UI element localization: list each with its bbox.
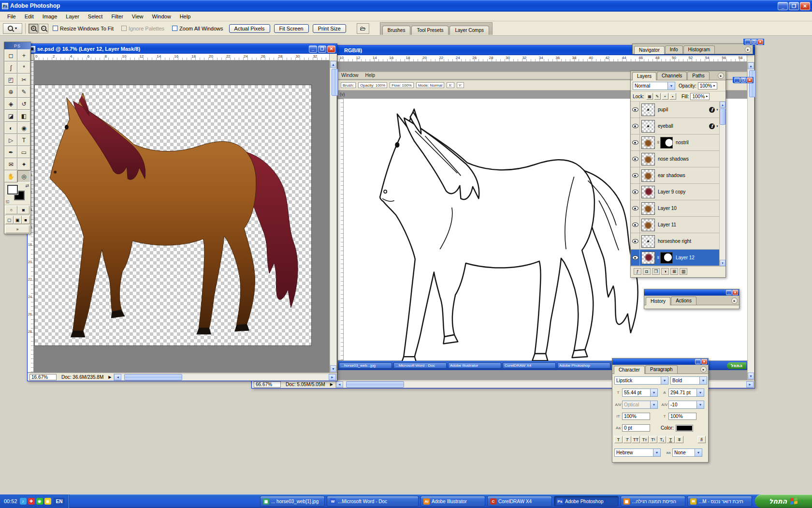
doc1-restore-button[interactable]: ❐ — [318, 45, 326, 53]
language-indicator[interactable]: EN — [54, 498, 65, 505]
menu-window[interactable]: Window — [148, 13, 175, 20]
layers-action-3-icon[interactable]: ◑ — [661, 268, 669, 275]
layer-row[interactable]: ∞nostril — [631, 134, 725, 151]
clone-stamp-tool-icon[interactable]: ◈ — [4, 98, 17, 110]
close-button[interactable]: ✕ — [800, 2, 810, 10]
taskbar-button[interactable]: ▦... horse03_web[1].jpg — [260, 496, 325, 507]
layer-thumbnail[interactable] — [641, 235, 655, 248]
layer-visibility-cell[interactable] — [631, 118, 640, 134]
font-style-select[interactable]: Bold▼ — [670, 376, 707, 385]
character-tab-paragraph[interactable]: Paragraph — [645, 365, 678, 374]
opacity-field[interactable]: 100%▸ — [698, 82, 717, 90]
taskbar-button[interactable]: AiAdobe Illustrator — [420, 496, 485, 507]
menu-image[interactable]: Image — [38, 13, 62, 20]
minimize-button[interactable]: _ — [695, 359, 701, 364]
layer-visibility-cell[interactable] — [631, 151, 640, 167]
scroll-up-icon[interactable]: ▲ — [330, 61, 336, 68]
layers-tab-paths[interactable]: Paths — [687, 72, 710, 80]
layers-action-5-icon[interactable]: ▥ — [680, 268, 687, 275]
faux-bold-button[interactable]: T — [614, 436, 623, 443]
tray-icon-1[interactable]: ✚ — [28, 498, 35, 505]
vertical-scale-field[interactable]: 100% — [622, 413, 650, 420]
layer-mask-thumbnail[interactable] — [660, 252, 673, 264]
close-button[interactable]: ✕ — [747, 77, 753, 83]
layer-visibility-cell[interactable] — [631, 184, 640, 200]
menu-file[interactable]: File — [3, 13, 20, 20]
toolbox-grip[interactable]: PS — [4, 42, 30, 49]
horizontal-scale-field[interactable]: 100% — [668, 413, 696, 420]
eyedropper-tool-icon[interactable]: ✦ — [17, 158, 30, 170]
layer-visibility-cell[interactable] — [631, 167, 640, 183]
character-tab-character[interactable]: Character — [614, 366, 645, 374]
kerning-select[interactable]: Optical▼ — [622, 401, 658, 409]
well-tab-tool-presets[interactable]: Tool Presets — [411, 26, 449, 35]
scroll-right-icon[interactable]: ► — [329, 374, 336, 380]
layer-visibility-cell[interactable] — [631, 217, 640, 233]
tray-icon-3[interactable]: ▣ — [44, 498, 51, 505]
layer-thumbnail[interactable] — [641, 104, 655, 116]
lock-option-0-icon[interactable]: ▦ — [646, 93, 653, 100]
minimize-button[interactable]: _ — [778, 2, 788, 10]
well-tab-layer-comps[interactable]: Layer Comps — [450, 26, 489, 35]
layers-tab-layers[interactable]: Layers — [632, 72, 656, 80]
close-button[interactable]: ✕ — [701, 359, 707, 364]
status-menu-arrow-icon[interactable]: ▶ — [106, 374, 113, 380]
doc1-vertical-scrollbar[interactable]: ▲ ▼ — [330, 60, 337, 373]
taskbar-button[interactable]: W...Microsoft Word - Doc — [327, 496, 419, 507]
tracking-select[interactable]: -10▼ — [668, 401, 704, 409]
layer-row[interactable]: Layer 10 — [631, 200, 725, 217]
menu-view[interactable]: View — [128, 13, 148, 20]
standard-mode-icon[interactable]: ○ — [5, 206, 17, 214]
slice-tool-icon[interactable]: ✂ — [17, 74, 30, 86]
file-browser-toggle[interactable]: 🗁 — [357, 23, 369, 34]
layer-visibility-cell[interactable] — [631, 250, 640, 266]
screen-mode-2-icon[interactable]: ■ — [22, 216, 30, 224]
tray-icon-2[interactable]: ◉ — [36, 498, 43, 505]
history-title-bar[interactable]: _ ✕ — [644, 289, 739, 296]
layers-scrollbar[interactable]: ▲ ▼ — [719, 102, 725, 266]
layers-action-1-icon[interactable]: ◘ — [643, 268, 651, 275]
taskbar-button[interactable]: ▦...הפיסת תמונה רגילה — [621, 496, 685, 507]
text-color-swatch[interactable] — [676, 425, 693, 432]
taskbar-button[interactable]: CCorelDRAW X4 — [487, 496, 552, 507]
quick-mask-mode-icon[interactable]: ◙ — [17, 206, 29, 214]
lock-option-2-icon[interactable]: + — [662, 93, 668, 100]
move-tool-icon[interactable]: + — [17, 49, 30, 61]
doc1-canvas-area[interactable] — [34, 60, 330, 373]
layer-thumbnail[interactable] — [641, 202, 655, 215]
actual-pixels-button[interactable]: Actual Pixels — [229, 24, 270, 33]
foreground-color-swatch[interactable] — [7, 185, 18, 194]
menu-select[interactable]: Select — [84, 13, 107, 20]
lock-option-1-icon[interactable]: ✎ — [654, 93, 661, 100]
screen-mode-0-icon[interactable]: ▢ — [5, 216, 14, 224]
menu-layer[interactable]: Layer — [61, 13, 84, 20]
option-checkbox[interactable]: Zoom All Windows — [172, 26, 223, 31]
navigator-menu-icon[interactable]: ▸ — [745, 46, 751, 53]
strikethrough-button[interactable]: T — [675, 436, 683, 443]
layers-panel[interactable]: LayersChannelsPaths▸ Normal ▼ Opacity: 1… — [630, 71, 726, 278]
history-panel[interactable]: _ ✕ HistoryActions▸ — [644, 289, 740, 309]
layer-thumbnail[interactable] — [641, 120, 655, 133]
crop-tool-icon[interactable]: ◰ — [4, 74, 17, 86]
superscript-button[interactable]: T¹ — [649, 436, 657, 443]
scroll-thumb[interactable] — [332, 69, 338, 96]
hand-tool-icon[interactable]: ✋ — [4, 170, 17, 182]
blur-tool-icon[interactable]: ◐ — [4, 122, 17, 134]
scroll-up-icon[interactable]: ▲ — [748, 62, 754, 69]
restore-button[interactable]: ❐ — [789, 2, 799, 10]
layer-row[interactable]: horseshoe right — [631, 233, 725, 250]
zoom-tool-icon[interactable]: ◎ — [17, 170, 30, 182]
layers-action-0-icon[interactable]: ƒ — [634, 268, 641, 275]
layer-row[interactable]: pupilf▼ — [631, 102, 725, 118]
default-colors-icon[interactable]: ◱ — [6, 199, 10, 204]
screen-mode-1-icon[interactable]: ▣ — [14, 216, 22, 224]
layer-row[interactable]: ear shadows — [631, 167, 725, 184]
history-tab-actions[interactable]: Actions — [671, 297, 696, 305]
doc2-vertical-scrollbar[interactable]: ▲ ▼ — [747, 62, 754, 380]
restore-button[interactable]: ❐ — [751, 39, 757, 45]
healing-brush-tool-icon[interactable]: ⊕ — [4, 86, 17, 98]
close-button[interactable]: ✕ — [732, 290, 738, 295]
character-menu-icon[interactable]: ▸ — [700, 366, 707, 373]
scroll-down-icon[interactable]: ▼ — [748, 373, 754, 379]
lasso-tool-icon[interactable]: ʃ — [4, 61, 17, 74]
